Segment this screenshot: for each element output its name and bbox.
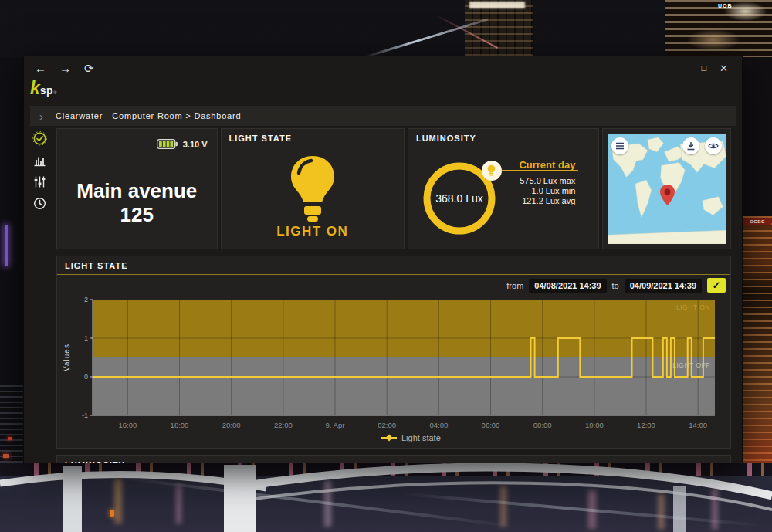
from-date-input[interactable]: 04/08/2021 14:39 [529, 279, 606, 293]
light-status-text: LIGHT ON [222, 224, 404, 239]
svg-text:08:00: 08:00 [533, 421, 552, 429]
card-title: LUMINOSITY [408, 129, 598, 147]
to-date-input[interactable]: 04/09/2021 14:39 [625, 279, 702, 293]
purple-neon-light [5, 225, 8, 266]
svg-text:18:00: 18:00 [171, 421, 189, 429]
card-title: LIGHT STATE [222, 129, 404, 147]
maximize-button[interactable]: □ [701, 64, 706, 73]
device-name: Main avenue 125 [57, 179, 217, 227]
city-light [3, 454, 9, 458]
buoy-light [110, 510, 114, 517]
to-label: to [612, 281, 619, 290]
luminosity-avg: 121.2 Lux avg [520, 196, 575, 206]
location-pin-icon[interactable] [660, 185, 675, 208]
bulb-badge [482, 161, 502, 181]
world-map[interactable] [608, 134, 726, 244]
light-reflection [658, 494, 665, 530]
light-state-chart[interactable]: 16:0018:0020:0022:009. Apr02:0004:0006:0… [57, 296, 730, 448]
light-reflection [712, 488, 718, 530]
refresh-icon[interactable]: ⟳ [84, 63, 94, 74]
light-reflection [114, 479, 122, 524]
apply-range-button[interactable]: ✓ [707, 278, 726, 293]
svg-text:LIGHT ON: LIGHT ON [676, 303, 710, 311]
svg-text:16:00: 16:00 [118, 421, 137, 429]
svg-text:12:00: 12:00 [637, 421, 655, 429]
svg-text:10:00: 10:00 [585, 421, 604, 429]
battery-status: 3.10 V [157, 139, 208, 149]
building-sign-text: UOB [718, 3, 733, 8]
svg-text:20:00: 20:00 [222, 421, 241, 429]
breadcrumb: › Clearwater - Computer Room > Dashboard [30, 106, 736, 126]
svg-text:06:00: 06:00 [482, 421, 500, 429]
map-card [602, 128, 731, 249]
luminosity-section: LUMINOSITY ✓ [56, 455, 731, 463]
svg-text:-1: -1 [82, 412, 88, 419]
background-building [665, 0, 772, 57]
background-building [743, 216, 772, 471]
ksp-logo: ksp® [30, 80, 57, 97]
luminosity-card: LUMINOSITY 368.0 Lux [408, 128, 599, 249]
titlebar: ← → ⟳ – □ ✕ [24, 56, 742, 80]
svg-text:1: 1 [84, 334, 88, 342]
hamburger-icon [615, 142, 625, 150]
light-state-section: LIGHT STATE from 04/08/2021 14:39 to 04/… [56, 256, 731, 449]
svg-text:Light state: Light state [401, 433, 441, 442]
from-label: from [506, 281, 523, 290]
bar-chart-icon [33, 154, 46, 167]
eye-icon [708, 142, 719, 150]
close-button[interactable]: ✕ [720, 63, 728, 73]
svg-text:Values: Values [63, 344, 71, 371]
window-controls: – □ ✕ [682, 63, 728, 73]
svg-text:04:00: 04:00 [429, 421, 448, 429]
logo-k: k [30, 80, 40, 97]
svg-text:9. Apr: 9. Apr [326, 421, 345, 429]
light-bulb-icon [288, 154, 337, 225]
download-icon [686, 141, 696, 151]
sidebar [24, 127, 55, 463]
nav-buttons: ← → ⟳ [35, 63, 94, 74]
sidebar-item-history[interactable] [32, 195, 47, 211]
svg-text:0: 0 [84, 373, 88, 381]
svg-text:22:00: 22:00 [274, 421, 293, 429]
device-card: 3.10 V Main avenue 125 [56, 128, 218, 249]
forward-icon[interactable]: → [59, 63, 71, 74]
luminosity-period: Current day [519, 159, 575, 171]
luminosity-max: 575.0 Lux max [520, 176, 575, 186]
luminosity-stats: 575.0 Lux max 1.0 Lux min 121.2 Lux avg [520, 176, 575, 206]
date-range-controls: from 04/08/2021 14:39 to 04/09/2021 14:3… [57, 275, 730, 296]
logo-registered-mark: ® [53, 90, 56, 95]
battery-voltage: 3.10 V [183, 140, 208, 149]
back-icon[interactable]: ← [35, 63, 46, 74]
sliders-icon [33, 175, 46, 188]
breadcrumb-text: Clearwater - Computer Room > Dashboard [56, 111, 241, 120]
gauge-check-icon [32, 131, 47, 146]
sidebar-item-charts[interactable] [32, 152, 47, 168]
mini-bulb-icon [486, 164, 496, 177]
app-window: ← → ⟳ – □ ✕ ksp® › Clearwater - Computer… [23, 56, 743, 463]
sidebar-item-settings[interactable] [32, 174, 47, 189]
map-download-button[interactable] [682, 137, 699, 154]
section-title: LUMINOSITY [57, 456, 730, 463]
building-lit-sign [469, 2, 525, 8]
logo-row: ksp® [24, 80, 742, 104]
svg-text:14:00: 14:00 [689, 421, 707, 429]
city-light [8, 437, 12, 440]
logo-sp: sp [40, 84, 53, 97]
minimize-button[interactable]: – [682, 63, 688, 73]
screen: UOB OCBC ← → [0, 0, 772, 532]
clock-icon [33, 197, 46, 210]
chevron-right-icon[interactable]: › [39, 110, 43, 122]
svg-text:2: 2 [84, 296, 88, 303]
light-reflection [176, 485, 181, 524]
light-state-card: LIGHT STATE LIGHT ON [221, 128, 405, 249]
svg-text:02:00: 02:00 [378, 421, 396, 429]
battery-icon [157, 139, 178, 149]
section-title: LIGHT STATE [57, 256, 730, 275]
dashboard-main: 3.10 V Main avenue 125 LIGHT STATE [55, 127, 742, 463]
map-view-button[interactable] [705, 137, 722, 154]
sidebar-item-status-active[interactable] [32, 130, 47, 146]
background-city-left [0, 57, 23, 471]
light-reflection [500, 486, 506, 527]
building-sign-text: OCBC [743, 218, 771, 225]
luminosity-min: 1.0 Lux min [520, 186, 575, 196]
